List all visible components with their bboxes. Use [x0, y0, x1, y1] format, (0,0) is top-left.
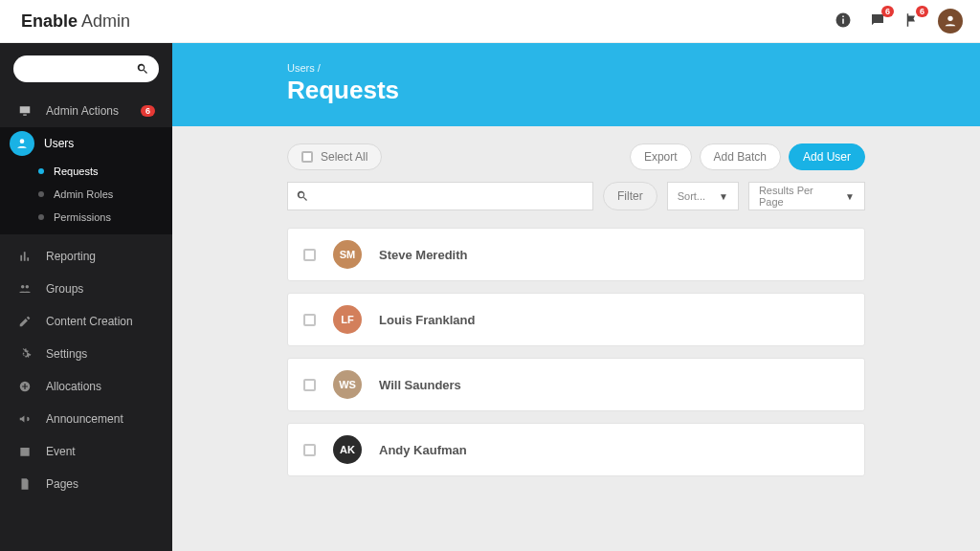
- select-all-label: Select All: [321, 150, 368, 164]
- current-user-avatar[interactable]: [938, 9, 963, 33]
- results-per-page-select[interactable]: Results Per Page ▼: [748, 182, 865, 210]
- sidebar-item-event[interactable]: Event: [0, 435, 172, 468]
- add-batch-button[interactable]: Add Batch: [700, 143, 781, 170]
- row-checkbox[interactable]: [303, 249, 316, 261]
- svg-rect-2: [842, 15, 844, 17]
- chat-badge: 6: [881, 6, 894, 17]
- sidebar-item-groups[interactable]: Groups: [0, 273, 172, 305]
- add-user-button[interactable]: Add User: [789, 143, 865, 170]
- dot-icon: [38, 191, 44, 197]
- sidebar-item-content-creation[interactable]: Content Creation: [0, 305, 172, 338]
- user-name: Steve Meredith: [379, 248, 467, 262]
- user-avatar: WS: [333, 370, 362, 399]
- svg-point-6: [26, 285, 29, 289]
- user-avatar: LF: [333, 305, 362, 334]
- monitor-icon: [17, 104, 33, 118]
- sidebar-item-label: Groups: [46, 282, 83, 296]
- sidebar-item-label: Event: [46, 445, 76, 458]
- sidebar-item-label: Settings: [46, 347, 87, 361]
- sidebar-item-label: Allocations: [46, 380, 101, 393]
- add-batch-label: Add Batch: [714, 150, 767, 164]
- search-icon: [136, 62, 149, 76]
- content-area: Users / Requests Select All Export Add B…: [172, 43, 980, 551]
- sidebar-item-pages[interactable]: Pages: [0, 468, 172, 500]
- sidebar-item-label: Content Creation: [46, 315, 133, 328]
- select-all-button[interactable]: Select All: [287, 143, 382, 170]
- user-name: Louis Frankland: [379, 313, 475, 327]
- row-checkbox[interactable]: [303, 314, 316, 326]
- chevron-down-icon: ▼: [719, 191, 728, 202]
- list-search[interactable]: [287, 182, 593, 210]
- document-icon: [17, 477, 33, 491]
- row-checkbox[interactable]: [303, 379, 316, 391]
- topbar: Enable Admin 6 6: [0, 0, 980, 43]
- filter-label: Filter: [617, 189, 643, 203]
- sidebar-section-users: Users Requests Admin Roles Permissions: [0, 127, 172, 234]
- brand-word-1: Enable: [21, 11, 78, 32]
- sidebar-sub-label: Permissions: [54, 211, 111, 223]
- sidebar-item-label: Pages: [46, 477, 78, 491]
- sidebar-sub-admin-roles[interactable]: Admin Roles: [0, 183, 172, 206]
- user-avatar: SM: [333, 240, 362, 269]
- row-checkbox[interactable]: [303, 444, 316, 456]
- svg-point-5: [21, 285, 25, 289]
- export-button[interactable]: Export: [630, 143, 692, 170]
- sidebar-item-allocations[interactable]: Allocations: [0, 370, 172, 403]
- user-icon: [10, 131, 34, 156]
- sidebar-item-announcement[interactable]: Announcement: [0, 403, 172, 435]
- megaphone-icon: [17, 412, 33, 426]
- sidebar-search[interactable]: [13, 55, 159, 82]
- page-title: Requests: [287, 76, 865, 105]
- flag-icon[interactable]: 6: [903, 11, 921, 32]
- calendar-icon: [17, 445, 33, 458]
- dot-icon: [38, 168, 44, 174]
- sidebar-item-admin-actions[interactable]: Admin Actions 6: [0, 95, 172, 127]
- plus-circle-icon: [17, 380, 33, 393]
- sidebar-item-reporting[interactable]: Reporting: [0, 240, 172, 273]
- user-request-list: SMSteve MeredithLFLouis FranklandWSWill …: [287, 228, 865, 476]
- user-avatar: AK: [333, 435, 362, 464]
- sidebar-sub-label: Requests: [54, 165, 98, 177]
- checkbox-icon: [301, 151, 313, 163]
- sidebar-badge-admin-actions: 6: [141, 105, 155, 117]
- results-per-page-label: Results Per Page: [759, 185, 832, 208]
- chat-icon[interactable]: 6: [869, 11, 886, 32]
- user-request-row[interactable]: WSWill Saunders: [287, 358, 865, 411]
- user-name: Will Saunders: [379, 378, 461, 392]
- filter-button[interactable]: Filter: [603, 182, 657, 210]
- page-banner: Users / Requests: [172, 43, 980, 126]
- flag-badge: 6: [916, 6, 928, 17]
- export-label: Export: [644, 150, 678, 164]
- svg-point-3: [947, 16, 952, 21]
- sidebar-item-label: Announcement: [46, 412, 123, 426]
- user-name: Andy Kaufman: [379, 443, 467, 457]
- search-icon: [296, 189, 309, 203]
- toolbar-row-1: Select All Export Add Batch Add User: [287, 143, 865, 170]
- sidebar-sub-permissions[interactable]: Permissions: [0, 206, 172, 229]
- topbar-icons: 6 6: [835, 9, 963, 33]
- user-request-row[interactable]: AKAndy Kaufman: [287, 423, 865, 476]
- group-icon: [17, 282, 33, 296]
- sidebar-item-settings[interactable]: Settings: [0, 338, 172, 370]
- info-icon[interactable]: [835, 11, 852, 32]
- sidebar-label-admin-actions: Admin Actions: [46, 104, 119, 118]
- add-user-label: Add User: [803, 150, 851, 164]
- sort-select[interactable]: Sort... ▼: [667, 182, 739, 210]
- sidebar-sub-requests[interactable]: Requests: [0, 160, 172, 183]
- sidebar-item-label: Reporting: [46, 250, 96, 263]
- sidebar: Admin Actions 6 Users Requests Admin Rol…: [0, 43, 172, 551]
- brand-logo[interactable]: Enable Admin: [17, 11, 130, 32]
- chevron-down-icon: ▼: [845, 191, 855, 202]
- svg-point-4: [20, 139, 25, 143]
- svg-rect-1: [842, 18, 844, 23]
- sidebar-sub-label: Admin Roles: [54, 188, 113, 200]
- sidebar-item-users[interactable]: Users: [0, 127, 172, 160]
- list-search-input[interactable]: [315, 189, 585, 203]
- user-request-row[interactable]: LFLouis Frankland: [287, 293, 865, 346]
- breadcrumb[interactable]: Users /: [287, 62, 865, 74]
- brand-word-2: Admin: [81, 11, 130, 32]
- gear-icon: [17, 347, 33, 361]
- dot-icon: [38, 214, 44, 220]
- sidebar-label-users: Users: [44, 137, 74, 150]
- user-request-row[interactable]: SMSteve Meredith: [287, 228, 865, 281]
